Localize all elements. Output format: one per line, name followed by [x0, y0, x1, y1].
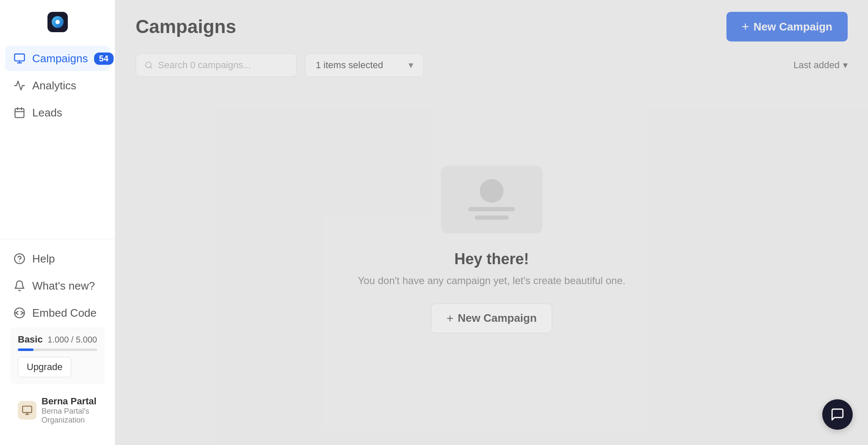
- sidebar-item-whats-new[interactable]: What's new?: [5, 273, 110, 299]
- illus-circle: [480, 179, 504, 203]
- embed-code-label: Embed Code: [32, 307, 97, 320]
- plus-icon: +: [742, 19, 749, 34]
- app-logo[interactable]: [47, 12, 68, 32]
- help-label: Help: [32, 252, 55, 265]
- campaigns-label: Campaigns: [32, 52, 88, 65]
- whats-new-icon: [13, 279, 26, 293]
- empty-title: Hey there!: [454, 250, 529, 268]
- new-campaign-label-top: New Campaign: [754, 20, 832, 33]
- top-bar: Campaigns + New Campaign: [115, 0, 868, 53]
- sidebar: Campaigns 54 Analytics Leads: [0, 0, 115, 445]
- search-box[interactable]: [136, 53, 297, 77]
- upgrade-button[interactable]: Upgrade: [18, 357, 71, 377]
- analytics-label: Analytics: [32, 79, 76, 92]
- empty-state: Hey there! You don't have any campaign y…: [115, 87, 868, 445]
- sidebar-item-help[interactable]: Help: [5, 246, 110, 271]
- sort-label: Last added: [793, 60, 840, 71]
- empty-illustration: [441, 166, 542, 233]
- new-campaign-button-empty[interactable]: + New Campaign: [431, 304, 553, 333]
- illus-line-1: [468, 207, 515, 211]
- plan-count: 1.000 / 5.000: [47, 335, 97, 345]
- svg-rect-0: [14, 54, 24, 61]
- sidebar-item-embed-code[interactable]: Embed Code: [5, 300, 110, 326]
- svg-rect-1: [15, 109, 24, 118]
- sidebar-item-analytics[interactable]: Analytics: [5, 73, 110, 98]
- plan-progress-bar: [18, 348, 97, 351]
- filter-dropdown[interactable]: 1 items selected ▾: [305, 53, 424, 77]
- embed-code-icon: [13, 306, 26, 320]
- toolbar: 1 items selected ▾ Last added ▾: [115, 53, 868, 87]
- chevron-down-icon: ▾: [409, 60, 413, 71]
- campaigns-badge: 54: [94, 53, 114, 65]
- plus-icon-empty: +: [447, 312, 453, 325]
- avatar: [18, 401, 36, 420]
- sidebar-item-leads[interactable]: Leads: [5, 100, 110, 125]
- new-campaign-label-empty: New Campaign: [458, 312, 537, 325]
- whats-new-label: What's new?: [32, 279, 95, 293]
- chat-bubble[interactable]: [822, 399, 853, 430]
- campaigns-icon: [13, 52, 26, 65]
- user-name: Berna Partal: [42, 396, 97, 407]
- sort-section[interactable]: Last added ▾: [793, 60, 848, 71]
- sidebar-bottom: Help What's new? Embed Code: [0, 239, 115, 445]
- analytics-icon: [13, 79, 26, 92]
- help-icon: [13, 252, 26, 265]
- svg-rect-8: [22, 406, 32, 412]
- sort-chevron-icon: ▾: [843, 60, 848, 71]
- svg-line-12: [150, 67, 152, 69]
- leads-icon: [13, 106, 26, 119]
- new-campaign-button-top[interactable]: + New Campaign: [726, 12, 848, 41]
- empty-subtitle: You don't have any campaign yet, let's c…: [358, 275, 625, 287]
- search-icon: [145, 61, 153, 70]
- filter-label: 1 items selected: [316, 60, 383, 71]
- illus-line-2: [475, 216, 509, 220]
- page-title: Campaigns: [136, 16, 236, 37]
- search-input[interactable]: [158, 60, 288, 71]
- user-section: Berna Partal Berna Partal's Organization: [10, 389, 105, 431]
- chat-icon: [830, 407, 845, 422]
- sidebar-item-campaigns[interactable]: Campaigns 54: [5, 46, 110, 71]
- plan-progress-fill: [18, 348, 33, 351]
- leads-label: Leads: [32, 106, 62, 119]
- svg-point-11: [145, 62, 151, 68]
- main-content: Campaigns + New Campaign 1 items selecte…: [115, 0, 868, 445]
- sidebar-nav: Campaigns 54 Analytics Leads: [0, 46, 115, 239]
- plan-section: Basic 1.000 / 5.000 Upgrade: [10, 327, 105, 384]
- user-info: Berna Partal Berna Partal's Organization: [42, 396, 97, 425]
- user-org: Berna Partal's Organization: [42, 407, 97, 425]
- plan-label: Basic: [18, 334, 43, 345]
